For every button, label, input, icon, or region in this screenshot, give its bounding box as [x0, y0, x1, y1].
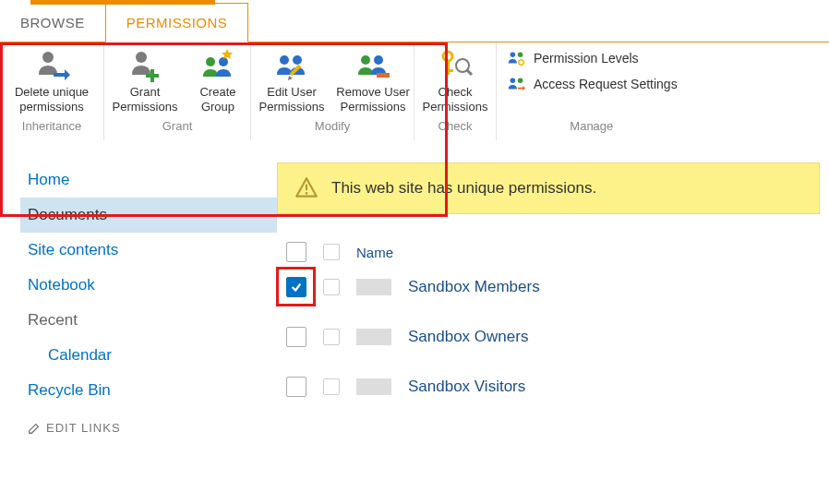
- sidebar-item-site-contents[interactable]: Site contents: [20, 233, 277, 268]
- row-name-link[interactable]: Sandbox Owners: [408, 328, 528, 346]
- edit-user-permissions-button[interactable]: Edit User Permissions: [251, 42, 332, 115]
- user-plus-icon: [126, 48, 163, 83]
- svg-point-4: [206, 57, 215, 66]
- edit-links-label: EDIT LINKS: [46, 421, 121, 435]
- svg-point-6: [280, 55, 289, 65]
- key-magnifier-icon: [437, 48, 474, 83]
- group-label-inheritance: Inheritance: [22, 115, 81, 137]
- svg-point-1: [136, 52, 147, 63]
- svg-marker-9: [288, 76, 293, 80]
- select-all-checkbox[interactable]: [286, 242, 306, 262]
- svg-point-24: [306, 192, 308, 195]
- row-thumb: [356, 329, 391, 345]
- svg-point-7: [293, 55, 302, 65]
- permission-levels-link[interactable]: Permission Levels: [506, 48, 678, 68]
- row-checkbox[interactable]: [286, 327, 306, 347]
- sidebar-item-recycle-bin[interactable]: Recycle Bin: [20, 373, 277, 408]
- access-request-settings-link[interactable]: Access Request Settings: [506, 74, 678, 94]
- column-header-name[interactable]: Name: [356, 245, 393, 260]
- delete-unique-permissions-button[interactable]: Delete unique permissions: [0, 42, 103, 115]
- people-gear-icon: [506, 48, 526, 68]
- group-pencil-icon: [273, 48, 310, 83]
- svg-point-11: [374, 55, 383, 65]
- svg-point-19: [518, 53, 523, 58]
- ribbon-label: Grant Permissions: [108, 85, 182, 114]
- svg-point-10: [361, 55, 370, 65]
- row-type-checkbox[interactable]: [323, 279, 340, 295]
- link-label: Access Request Settings: [534, 77, 678, 91]
- svg-point-21: [511, 78, 516, 84]
- table-row: Sandbox Owners: [277, 312, 820, 362]
- create-group-button[interactable]: Create Group: [186, 42, 250, 115]
- svg-point-18: [511, 53, 516, 58]
- row-checkbox[interactable]: [286, 277, 306, 297]
- row-type-checkbox[interactable]: [323, 378, 340, 395]
- svg-point-22: [518, 78, 523, 84]
- edit-links-button[interactable]: EDIT LINKS: [20, 408, 277, 435]
- column-type-checkbox[interactable]: [323, 244, 340, 260]
- row-type-checkbox[interactable]: [323, 329, 340, 345]
- warning-icon: [294, 176, 318, 200]
- remove-user-permissions-button[interactable]: Remove User Permissions: [332, 42, 414, 115]
- group-label-manage: Manage: [570, 115, 613, 137]
- people-arrow-icon: [506, 74, 526, 94]
- grant-permissions-button[interactable]: Grant Permissions: [104, 42, 186, 115]
- sidebar-item-calendar[interactable]: Calendar: [20, 338, 277, 373]
- svg-point-0: [42, 52, 54, 63]
- user-arrow-icon: [33, 48, 70, 83]
- group-star-icon: [199, 48, 236, 83]
- row-thumb: [356, 378, 391, 395]
- group-minus-icon: [354, 48, 391, 83]
- ribbon-label: Check Permissions: [418, 85, 492, 114]
- sidebar-item-documents[interactable]: Documents: [20, 198, 277, 233]
- row-thumb: [356, 279, 391, 295]
- table-row: Sandbox Visitors: [277, 362, 820, 412]
- check-permissions-button[interactable]: Check Permissions: [414, 42, 496, 115]
- sidebar-item-notebook[interactable]: Notebook: [20, 268, 277, 303]
- tab-browse[interactable]: BROWSE: [0, 4, 105, 42]
- link-label: Permission Levels: [534, 51, 639, 66]
- group-label-check: Check: [439, 115, 473, 137]
- ribbon-label: Edit User Permissions: [255, 85, 329, 114]
- svg-rect-12: [377, 73, 390, 78]
- svg-point-20: [519, 60, 524, 66]
- svg-point-5: [219, 57, 228, 66]
- pencil-icon: [28, 422, 41, 435]
- sidebar-item-home[interactable]: Home: [20, 162, 277, 198]
- ribbon-label: Delete unique permissions: [4, 85, 100, 114]
- sidebar-item-recent: Recent: [20, 303, 277, 338]
- svg-rect-3: [146, 74, 159, 78]
- svg-rect-15: [447, 69, 453, 72]
- svg-rect-14: [447, 60, 450, 75]
- table-row: Sandbox Members: [277, 262, 820, 312]
- row-checkbox[interactable]: [286, 377, 306, 397]
- unique-permissions-alert: This web site has unique permissions.: [277, 162, 820, 214]
- svg-point-16: [456, 59, 469, 72]
- row-name-link[interactable]: Sandbox Members: [408, 278, 540, 296]
- row-name-link[interactable]: Sandbox Visitors: [408, 378, 525, 396]
- alert-text: This web site has unique permissions.: [331, 179, 596, 198]
- svg-line-17: [467, 70, 472, 75]
- svg-point-13: [443, 52, 452, 61]
- group-label-modify: Modify: [315, 115, 350, 137]
- ribbon-label: Create Group: [189, 85, 246, 114]
- group-label-grant: Grant: [162, 115, 193, 137]
- ribbon-label: Remove User Permissions: [336, 85, 410, 114]
- tab-permissions[interactable]: PERMISSIONS: [105, 3, 249, 42]
